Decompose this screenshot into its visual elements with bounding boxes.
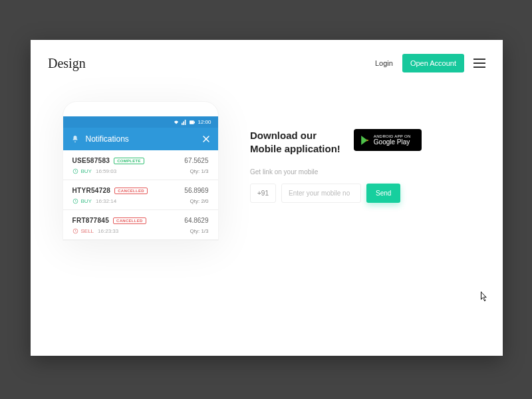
promo-heading: Download our Mobile application! — [250, 129, 340, 156]
page-header: Design Login Open Account — [31, 40, 503, 74]
status-badge: CANCELLED — [113, 217, 146, 224]
mouse-cursor-icon — [481, 291, 489, 302]
price: 56.8969 — [184, 187, 208, 194]
qty-label: Qty: 1/3 — [190, 228, 208, 234]
time-label: 16:23:33 — [98, 228, 118, 234]
time-label: 16:59:03 — [96, 168, 116, 174]
promo-panel: Download our Mobile application! ANDROID… — [250, 101, 483, 241]
order-id: USE587583 — [72, 157, 110, 164]
phone-status-bar: 12:00 — [63, 116, 218, 128]
gplay-bottom-text: Google Play — [374, 138, 411, 146]
heading-line2: Mobile application! — [250, 143, 340, 154]
phone-mockup-wrap: 12:00 Notifications USE587583 — [51, 101, 230, 241]
mobile-number-input[interactable] — [281, 184, 361, 203]
svg-rect-1 — [194, 121, 195, 123]
login-link[interactable]: Login — [375, 59, 393, 67]
status-badge: CANCELLED — [114, 188, 148, 194]
hamburger-icon[interactable] — [473, 59, 485, 68]
svg-rect-0 — [190, 120, 194, 124]
country-code-box[interactable]: +91 — [250, 184, 276, 203]
clock-icon — [72, 198, 78, 204]
price: 67.5625 — [184, 157, 208, 164]
google-play-icon — [360, 135, 370, 146]
order-id: HTYR54728 — [72, 187, 111, 194]
order-id: FRT877845 — [72, 217, 110, 224]
promo-subtext: Get link on your mobile — [250, 168, 483, 176]
qty-label: Qty: 2/0 — [190, 198, 208, 204]
battery-icon — [190, 120, 195, 125]
logo: Design — [48, 56, 375, 71]
qty-label: Qty: 1/3 — [190, 168, 208, 174]
phone-clock: 12:00 — [198, 119, 211, 125]
google-play-badge[interactable]: ANDROID APP ON Google Play — [354, 129, 422, 151]
list-item[interactable]: HTYR54728 CANCELLED 56.8969 BUY 16:32:14… — [63, 180, 218, 210]
signal-icon — [182, 120, 187, 125]
close-icon[interactable] — [202, 135, 210, 143]
notification-list: USE587583 COMPLETE 67.5625 BUY 16:59:03 … — [63, 150, 218, 240]
side-label: BUY — [81, 168, 92, 174]
heading-line1: Download our — [250, 130, 317, 141]
phone-titlebar: Notifications — [63, 128, 218, 150]
phone-mockup: 12:00 Notifications USE587583 — [63, 101, 219, 241]
send-button[interactable]: Send — [366, 184, 400, 203]
list-item[interactable]: USE587583 COMPLETE 67.5625 BUY 16:59:03 … — [63, 150, 218, 180]
bell-icon — [71, 135, 79, 143]
wifi-icon — [174, 120, 179, 125]
main-content: 12:00 Notifications USE587583 — [31, 74, 503, 241]
phone-title: Notifications — [86, 134, 202, 144]
open-account-button[interactable]: Open Account — [402, 54, 464, 72]
price: 64.8629 — [184, 217, 208, 224]
side-label: BUY — [81, 198, 92, 204]
side-label: SELL — [81, 228, 94, 234]
list-item[interactable]: FRT877845 CANCELLED 64.8629 SELL 16:23:3… — [63, 210, 218, 240]
clock-icon — [72, 228, 78, 234]
status-badge: COMPLETE — [114, 158, 144, 164]
landing-page-card: Design Login Open Account 12:00 Notifi — [31, 40, 503, 356]
clock-icon — [72, 168, 78, 174]
time-label: 16:32:14 — [96, 198, 116, 204]
mobile-link-form: +91 Send — [250, 184, 483, 203]
